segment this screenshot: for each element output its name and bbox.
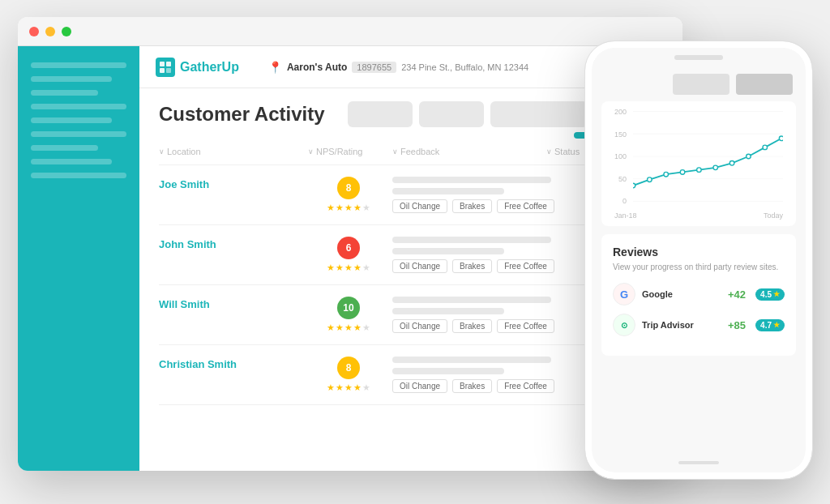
review-row-google: G Google +42 4.5 ★ [613, 283, 785, 305]
feedback-col: Oil ChangeBrakesFree Coffee [392, 177, 579, 213]
chart-area: 200 150 100 50 0 [601, 101, 796, 226]
customer-name[interactable]: John Smith [159, 237, 305, 250]
line-chart [633, 108, 783, 205]
stars: ★★★★★ [327, 263, 370, 273]
svg-point-11 [664, 172, 669, 177]
mac-window: GatherUp 📍 Aaron's Auto 1897655 234 Pine… [18, 17, 682, 471]
phone-inner: 200 150 100 50 0 [592, 48, 806, 472]
feedback-bar [392, 237, 551, 243]
close-button[interactable] [29, 27, 39, 36]
google-rating-badge: 4.5 ★ [755, 288, 785, 301]
customer-name[interactable]: Joe Smith [159, 177, 305, 190]
header-pill-1[interactable] [348, 101, 413, 127]
sidebar-item[interactable] [31, 159, 112, 164]
phone-status-bar [592, 48, 806, 67]
sidebar-item[interactable] [31, 117, 112, 123]
tag[interactable]: Brakes [452, 379, 492, 393]
reviews-subtitle: View your progress on third party review… [613, 262, 785, 273]
tag[interactable]: Oil Change [392, 259, 447, 273]
sidebar-item[interactable] [31, 90, 98, 96]
feedback-bar [392, 177, 551, 183]
star-3-3: ★ [353, 382, 362, 393]
google-score: +42 [728, 288, 746, 301]
star-0-4: ★ [362, 203, 370, 213]
customer-name[interactable]: Christian Smith [159, 357, 305, 370]
star-2-3: ★ [353, 322, 362, 333]
feedback-tags: Oil ChangeBrakesFree Coffee [392, 379, 579, 393]
sidebar-item[interactable] [31, 62, 126, 68]
tripadvisor-rating-badge: 4.7 ★ [755, 319, 785, 331]
col-header-feedback[interactable]: ∨ Feedback [392, 147, 543, 156]
feedback-bar-short [392, 368, 504, 374]
star-3-2: ★ [344, 382, 353, 393]
tag[interactable]: Free Coffee [497, 259, 554, 273]
page-title: Customer Activity [159, 103, 325, 126]
phone-tab-2[interactable] [736, 74, 793, 95]
star-0-0: ★ [327, 203, 335, 213]
tripadvisor-platform-name: Trip Advisor [642, 320, 721, 330]
y-label-150: 150 [614, 130, 627, 139]
nps-badge: 10 [337, 297, 360, 319]
nps-badge: 8 [337, 177, 360, 199]
svg-point-12 [680, 170, 685, 175]
star-0-1: ★ [336, 203, 344, 213]
svg-point-17 [763, 145, 768, 150]
sidebar-item[interactable] [31, 173, 126, 178]
app-body: GatherUp 📍 Aaron's Auto 1897655 234 Pine… [18, 46, 682, 471]
minimize-button[interactable] [45, 27, 55, 36]
svg-point-13 [697, 168, 702, 173]
phone-home-indicator[interactable] [678, 461, 719, 464]
svg-rect-0 [160, 62, 165, 66]
feedback-bar-short [392, 248, 504, 254]
feedback-tags: Oil ChangeBrakesFree Coffee [392, 259, 579, 273]
tag[interactable]: Brakes [452, 259, 492, 273]
svg-point-9 [633, 183, 635, 188]
star-3-0: ★ [327, 382, 335, 393]
svg-rect-3 [166, 68, 171, 73]
sidebar-item[interactable] [31, 145, 98, 151]
sidebar-item[interactable] [31, 76, 112, 82]
star-2-0: ★ [327, 322, 335, 333]
y-label-0: 0 [622, 197, 627, 205]
tag[interactable]: Oil Change [392, 199, 447, 213]
nps-col: 8 ★★★★★ [308, 177, 389, 213]
header-pill-3[interactable] [490, 101, 588, 127]
col-header-nps[interactable]: ∨ NPS/Rating [308, 147, 389, 156]
tripadvisor-star-icon: ★ [773, 321, 780, 329]
svg-rect-1 [166, 62, 171, 66]
tag[interactable]: Free Coffee [497, 319, 554, 333]
logo-text: GatherUp [180, 60, 239, 75]
maximize-button[interactable] [62, 27, 71, 36]
phone-tab-1[interactable] [673, 74, 729, 95]
sidebar-item[interactable] [31, 131, 126, 137]
tripadvisor-letter: ⊙ [621, 321, 627, 330]
feedback-tags: Oil ChangeBrakesFree Coffee [392, 319, 579, 333]
location-address: 234 Pine St., Buffalo, MN 12344 [401, 62, 528, 72]
tripadvisor-logo: ⊙ [613, 314, 635, 336]
tag[interactable]: Oil Change [392, 379, 447, 393]
customer-name[interactable]: Will Smith [159, 297, 305, 310]
x-label-today: Today [764, 211, 783, 220]
y-label-50: 50 [618, 175, 627, 183]
tag[interactable]: Brakes [452, 319, 492, 333]
tag[interactable]: Free Coffee [497, 379, 554, 393]
feedback-bar [392, 297, 551, 303]
google-logo: G [613, 283, 635, 305]
review-row-tripadvisor: ⊙ Trip Advisor +85 4.7 ★ [613, 314, 785, 336]
sidebar-item[interactable] [31, 104, 126, 109]
tripadvisor-score: +85 [728, 319, 746, 331]
y-label-100: 100 [614, 152, 627, 160]
tag[interactable]: Oil Change [392, 319, 447, 333]
nps-col: 8 ★★★★★ [308, 357, 389, 393]
x-label-jan: Jan-18 [614, 211, 637, 220]
col-header-location[interactable]: ∨ Location [159, 147, 305, 156]
star-3-4: ★ [362, 382, 370, 393]
location-name: Aaron's Auto [287, 62, 347, 73]
header-pill-2[interactable] [419, 101, 484, 127]
feedback-col: Oil ChangeBrakesFree Coffee [392, 357, 579, 393]
star-0-3: ★ [353, 203, 362, 213]
tag[interactable]: Brakes [452, 199, 492, 213]
tag[interactable]: Free Coffee [497, 199, 554, 213]
star-3-1: ★ [336, 382, 344, 393]
svg-point-15 [729, 161, 734, 166]
